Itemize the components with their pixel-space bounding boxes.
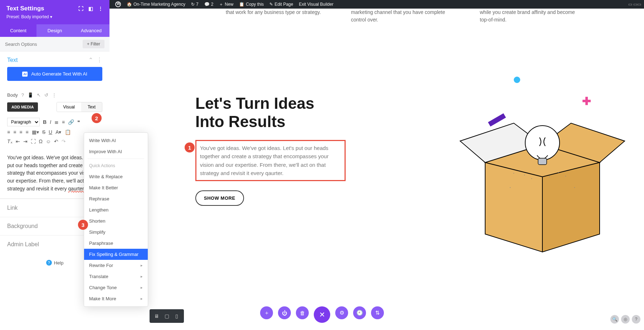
decoration-dot-blue (514, 77, 520, 83)
paste-icon[interactable]: 📋 (65, 129, 71, 135)
settings-button[interactable]: ⚙ (335, 306, 348, 319)
show-more-button[interactable]: SHOW MORE (195, 190, 244, 206)
panel-icon[interactable]: ◧ (88, 6, 93, 11)
add-button[interactable]: ＋ (260, 306, 273, 319)
redo-icon[interactable]: ↷ (62, 139, 66, 144)
italic-icon[interactable]: I (50, 119, 51, 125)
more-icon[interactable]: ⋮ (52, 92, 57, 98)
ai-item-shorten[interactable]: Shorten (84, 215, 148, 227)
underline-icon[interactable]: U (49, 129, 52, 135)
ai-item-make-it-more[interactable]: Make It More▸ (84, 293, 148, 304)
site-name[interactable]: 🏠 On-Time Marketing Agency (124, 2, 188, 7)
trash-button[interactable]: 🗑 (296, 306, 309, 319)
link-icon[interactable]: 🔗 (68, 119, 74, 125)
history-button[interactable]: 🕘 (353, 306, 366, 319)
section-head-text[interactable]: Text ⌃⋮ (0, 52, 109, 67)
preset-label[interactable]: Preset: Body imported ▾ (6, 14, 103, 19)
svg-point-13 (558, 172, 559, 173)
body-row: Body ? 📱 ↖ ↺ ⋮ (0, 87, 109, 100)
omega-icon[interactable]: Ω (39, 139, 43, 144)
tab-content[interactable]: Content (0, 24, 36, 37)
layers-bubble[interactable]: ◎ (621, 315, 630, 324)
user-menu[interactable]: ▭ ▭▭ (628, 2, 641, 7)
clear-format-icon[interactable]: Tₓ (7, 139, 13, 144)
indent-icon[interactable]: ⇥ (23, 139, 28, 144)
editor-tab-text[interactable]: Text (81, 102, 102, 112)
format-select[interactable]: Paragraph (7, 118, 40, 126)
align-center-icon[interactable]: ≡ (13, 129, 16, 135)
help-bubble[interactable]: ? (632, 315, 640, 324)
ai-write[interactable]: Write With AI (84, 135, 148, 146)
submenu-arrow-icon: ▸ (141, 296, 143, 301)
ul-icon[interactable]: ≣ (54, 119, 59, 125)
wp-admin-bar: 🏠 On-Time Marketing Agency ↻ 7 💬 2 ＋ New… (109, 0, 644, 9)
align-justify-icon[interactable]: ≡ (26, 129, 29, 135)
ai-item-translate[interactable]: Translate▸ (84, 271, 148, 282)
ai-item-simplify[interactable]: Simplify (84, 227, 148, 238)
submenu-arrow-icon: ▸ (141, 285, 143, 290)
help-icon[interactable]: ? (21, 92, 24, 98)
svg-rect-7 (488, 113, 506, 126)
card-text: while you create brand affinity and beco… (480, 9, 580, 24)
table-icon[interactable]: ▦▾ (32, 129, 39, 135)
ai-item-rewrite-for[interactable]: Rewrite For▸ (84, 260, 148, 271)
comments[interactable]: 💬 2 (201, 2, 216, 7)
undo-icon[interactable]: ↶ (54, 139, 58, 144)
collapse-icon[interactable]: ⌃ (88, 57, 93, 63)
close-builder-button[interactable]: ✕ (314, 306, 330, 323)
strike-icon[interactable]: S (42, 129, 45, 135)
ai-menu: Write With AI Improve With AI Quick Acti… (84, 132, 148, 307)
tab-advanced[interactable]: Advanced (73, 24, 109, 37)
copy-this[interactable]: 📋 Copy this (236, 2, 267, 7)
highlighted-paragraph[interactable]: You've got ideas. We've got ideas. Let's… (195, 140, 346, 181)
power-button[interactable]: ⏻ (278, 306, 291, 319)
view-tablet[interactable]: ▢ (162, 311, 172, 321)
section-more-icon[interactable]: ⋮ (97, 57, 102, 63)
quote-icon[interactable]: ❝ (77, 119, 80, 125)
outdent-icon[interactable]: ⇤ (16, 139, 20, 144)
ai-item-rephrase[interactable]: Rephrase (84, 193, 148, 204)
mobile-icon[interactable]: 📱 (28, 92, 33, 98)
add-media-button[interactable]: ADD MEDIA (7, 102, 38, 112)
exit-builder[interactable]: Exit Visual Builder (296, 2, 336, 7)
emoji-icon[interactable]: ☺ (46, 139, 51, 144)
expand-icon[interactable]: ⛶ (78, 6, 83, 11)
bold-icon[interactable]: B (43, 119, 47, 125)
align-right-icon[interactable]: ≡ (19, 129, 22, 135)
text-color-icon[interactable]: A▾ (55, 129, 61, 135)
reset-icon[interactable]: ↺ (44, 92, 48, 98)
more-icon[interactable]: ⋮ (98, 6, 103, 11)
filter-button[interactable]: Filter (83, 40, 104, 48)
svg-point-14 (565, 176, 566, 176)
edit-page[interactable]: ✎ Edit Page (267, 2, 296, 7)
ai-improve[interactable]: Improve With AI (84, 146, 148, 157)
ai-item-lengthen[interactable]: Lengthen (84, 204, 148, 215)
view-toggle: 🖥 ▢ ▯ (150, 309, 184, 323)
callout-2: 2 (92, 113, 102, 123)
search-input[interactable] (5, 42, 83, 47)
ai-item-write-replace[interactable]: Write & Replace (84, 171, 148, 182)
new[interactable]: ＋ New (216, 1, 236, 8)
ol-icon[interactable]: ≡ (62, 119, 65, 125)
view-mobile[interactable]: ▯ (172, 311, 182, 321)
fullscreen-icon[interactable]: ⛶ (31, 139, 36, 144)
svg-point-5 (525, 126, 560, 160)
ai-item-change-tone[interactable]: Change Tone▸ (84, 282, 148, 293)
tab-design[interactable]: Design (36, 24, 73, 37)
svg-point-16 (574, 187, 575, 188)
ai-item-make-it-better[interactable]: Make It Better (84, 182, 148, 193)
updates[interactable]: ↻ 7 (188, 2, 201, 7)
sidebar-title: Text Settings (6, 5, 44, 12)
auto-generate-button[interactable]: AI Auto Generate Text With AI (7, 67, 102, 81)
view-desktop[interactable]: 🖥 (152, 311, 162, 321)
swap-button[interactable]: ⇅ (371, 306, 384, 319)
helper-circles: 🔍 ◎ ? (610, 315, 640, 324)
hover-icon[interactable]: ↖ (37, 92, 41, 98)
align-left-icon[interactable]: ≡ (7, 129, 10, 135)
search-row: Filter (0, 37, 109, 52)
search-bubble[interactable]: 🔍 (610, 315, 619, 324)
ai-item-fix-spelling-grammar[interactable]: Fix Spelling & Grammar (84, 249, 148, 260)
ai-item-paraphrase[interactable]: Paraphrase (84, 238, 148, 249)
editor-tab-visual[interactable]: Visual (57, 102, 81, 112)
wp-logo[interactable] (112, 1, 124, 7)
